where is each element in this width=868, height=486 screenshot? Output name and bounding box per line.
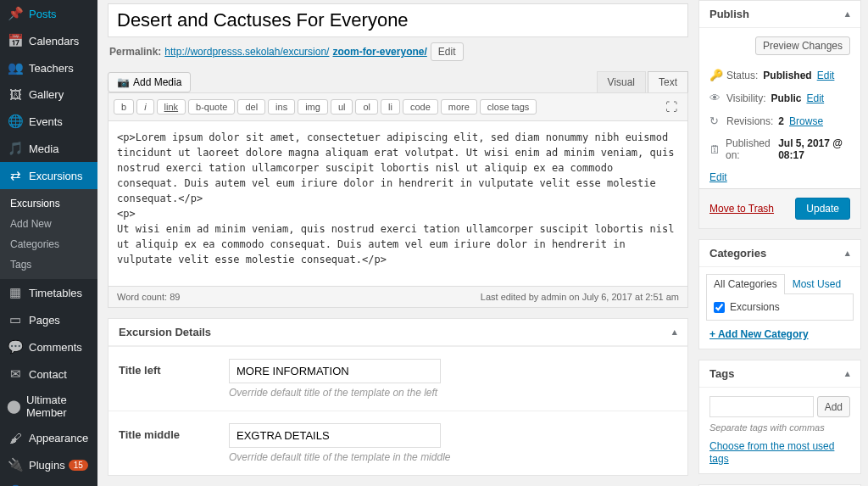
choose-tags-link[interactable]: Choose from the most used tags (709, 440, 834, 465)
excursion-details-header: Excursion Details (119, 326, 211, 338)
word-count: Word count: 89 (117, 292, 180, 302)
toggle-categories-icon[interactable]: ▴ (845, 248, 850, 259)
sidebar-label: Contact (29, 368, 67, 381)
revisions-icon: ↻ (709, 115, 721, 127)
categories-header: Categories (709, 247, 766, 260)
excursions-icon: ⇄ (7, 168, 24, 183)
key-icon: 🔑 (709, 69, 721, 81)
tab-visual[interactable]: Visual (597, 71, 646, 92)
plug-icon: 🔌 (7, 457, 24, 472)
sidebar-item-events[interactable]: 🌐Events (0, 108, 97, 135)
sidebar-label: Plugins (29, 459, 65, 472)
toggle-publish-icon[interactable]: ▴ (845, 8, 850, 20)
qt-ul[interactable]: ul (331, 99, 353, 115)
category-checkbox[interactable] (714, 302, 725, 313)
um-icon: ⬤ (7, 399, 21, 414)
qt-bold[interactable]: b (114, 99, 134, 115)
visibility-edit-link[interactable]: Edit (806, 92, 824, 104)
sidebar-label: Timetables (29, 287, 82, 299)
image-icon: 🖼 (7, 87, 24, 102)
move-to-trash-link[interactable]: Move to Trash (709, 203, 774, 215)
sidebar-item-gallery[interactable]: 🖼Gallery (0, 81, 97, 108)
sidebar-item-pages[interactable]: ▭Pages (0, 306, 97, 333)
tags-header: Tags (709, 367, 734, 380)
qt-bquote[interactable]: b-quote (188, 99, 235, 115)
permalink-edit-button[interactable]: Edit (431, 42, 464, 61)
qt-del[interactable]: del (237, 99, 265, 115)
qt-ins[interactable]: ins (268, 99, 295, 115)
preview-changes-button[interactable]: Preview Changes (755, 36, 850, 55)
sidebar-item-timetables[interactable]: ▦Timetables (0, 279, 97, 306)
calendar-icon: 🗓 (709, 143, 721, 156)
sidebar-submenu: Excursions Add New Categories Tags (0, 189, 97, 279)
tag-input[interactable] (709, 396, 814, 417)
sidebar-label: Media (29, 142, 58, 155)
sidebar-item-calendars[interactable]: 📅Calendars (0, 27, 97, 54)
sidebar-item-media[interactable]: 🎵Media (0, 135, 97, 162)
visibility-value: Public (771, 92, 801, 104)
title-left-input[interactable] (229, 359, 441, 383)
publish-header: Publish (709, 8, 749, 20)
post-title-input[interactable] (108, 3, 688, 37)
permalink-base[interactable]: http://wordpresss.sekolah/excursion/ (164, 46, 329, 58)
qt-ol[interactable]: ol (355, 99, 378, 115)
last-edited: Last edited by admin on July 6, 2017 at … (481, 292, 679, 302)
category-item[interactable]: Excursions (714, 301, 846, 313)
sidebar-item-excursions[interactable]: ⇄Excursions (0, 162, 97, 189)
globe-icon: 🌐 (7, 114, 24, 129)
qt-img[interactable]: img (298, 99, 328, 115)
cat-tab-all[interactable]: All Categories (706, 274, 785, 294)
brush-icon: 🖌 (7, 431, 24, 445)
tags-hint: Separate tags with commas (699, 421, 860, 439)
permalink-slug[interactable]: zoom-for-everyone/ (332, 46, 426, 58)
toggle-details-icon[interactable]: ▴ (672, 327, 677, 338)
revisions-label: Revisions: (726, 115, 773, 127)
toggle-tags-icon[interactable]: ▴ (845, 368, 850, 379)
qt-code[interactable]: code (403, 99, 438, 115)
calendar-icon: 📅 (7, 33, 24, 48)
title-middle-label: Title middle (119, 423, 229, 441)
status-value: Published (763, 70, 811, 81)
published-on-value: Jul 5, 2017 @ 08:17 (778, 137, 850, 161)
plugin-update-badge: 15 (69, 460, 88, 471)
submenu-title[interactable]: Excursions (0, 193, 97, 214)
sidebar-label: Teachers (29, 62, 74, 75)
page-icon: ▭ (7, 312, 24, 327)
status-edit-link[interactable]: Edit (817, 70, 835, 81)
published-on-label: Published on: (726, 137, 773, 161)
qt-close-tags[interactable]: close tags (480, 99, 537, 115)
revisions-browse-link[interactable]: Browse (789, 115, 823, 127)
sidebar-item-contact[interactable]: ✉Contact (0, 360, 97, 388)
submenu-add-new[interactable]: Add New (0, 214, 97, 234)
people-icon: 👥 (7, 60, 24, 75)
submenu-categories[interactable]: Categories (0, 234, 97, 254)
sidebar-item-plugins[interactable]: 🔌Plugins15 (0, 451, 97, 478)
sidebar-item-teachers[interactable]: 👥Teachers (0, 54, 97, 81)
sidebar-item-appearance[interactable]: 🖌Appearance (0, 425, 97, 451)
status-label: Status: (726, 70, 758, 81)
add-media-button[interactable]: 📷Add Media (108, 72, 191, 92)
sidebar-item-users[interactable]: 👤Users (0, 478, 97, 486)
update-button[interactable]: Update (795, 198, 850, 220)
qt-more[interactable]: more (441, 99, 477, 115)
qt-italic[interactable]: i (136, 99, 153, 115)
qt-link[interactable]: link (157, 99, 186, 115)
media-icon: 🎵 (7, 141, 24, 156)
submenu-tags[interactable]: Tags (0, 254, 97, 275)
content-textarea[interactable]: <p>Lorem ipsum dolor sit amet, consectet… (108, 121, 688, 287)
sidebar-item-comments[interactable]: 💬Comments (0, 333, 97, 360)
fullscreen-icon[interactable]: ⛶ (660, 98, 682, 115)
sidebar-item-posts[interactable]: 📌Posts (0, 0, 97, 27)
qt-li[interactable]: li (381, 99, 400, 115)
add-media-label: Add Media (133, 76, 181, 88)
published-on-edit-link[interactable]: Edit (709, 171, 727, 183)
tab-text[interactable]: Text (648, 71, 688, 92)
cat-tab-most-used[interactable]: Most Used (785, 274, 849, 293)
add-tag-button[interactable]: Add (817, 396, 850, 417)
sidebar-label: Calendars (29, 35, 79, 47)
sidebar-item-ultimate-member[interactable]: ⬤Ultimate Member (0, 388, 97, 425)
title-middle-input[interactable] (229, 423, 441, 448)
title-left-label: Title left (119, 359, 229, 377)
add-new-category-link[interactable]: + Add New Category (709, 328, 809, 340)
permalink-row: Permalink: http://wordpresss.sekolah/exc… (108, 37, 688, 66)
